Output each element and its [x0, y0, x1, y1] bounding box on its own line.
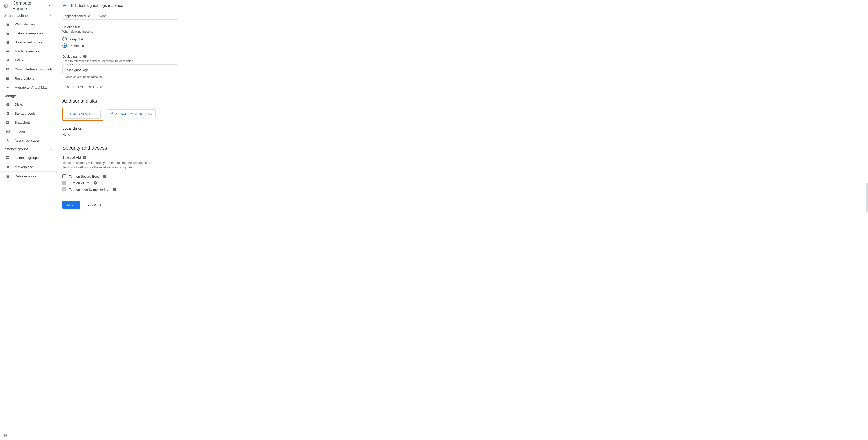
help-icon[interactable]: ? — [93, 181, 97, 185]
svg-rect-21 — [6, 50, 9, 51]
svg-text:?: ? — [84, 56, 86, 58]
help-icon[interactable]: ? — [83, 55, 87, 59]
chevron-up-icon — [49, 13, 53, 18]
detach-boot-disk-button[interactable]: DETACH BOOT DISK — [63, 83, 106, 92]
page-title: Edit test-signoz-logs instance — [71, 3, 123, 8]
device-name-input[interactable] — [62, 65, 178, 74]
sidebar-item-marketplace[interactable]: Marketplace — [0, 162, 57, 171]
sidebar-item-machine-images[interactable]: Machine images — [0, 47, 57, 56]
sidebar-item-storage-pools[interactable]: Storage pools — [0, 109, 57, 118]
svg-rect-39 — [8, 158, 9, 159]
scrollbar-indicator[interactable] — [866, 182, 868, 213]
action-bar: SAVE CANCEL — [62, 198, 238, 214]
section-label: Virtual machines — [3, 13, 29, 18]
compute-engine-icon — [3, 3, 9, 9]
radio-label: Delete disk — [69, 44, 85, 48]
deletion-rule-heading: Deletion rule — [62, 25, 238, 29]
svg-point-35 — [7, 140, 9, 142]
svg-rect-25 — [6, 77, 9, 78]
sidebar-item-vm-instances[interactable]: VM instances — [0, 20, 57, 29]
svg-text:?: ? — [104, 175, 105, 178]
migrate-icon — [5, 85, 10, 90]
replication-icon — [5, 138, 10, 143]
calendar-icon — [5, 76, 10, 80]
section-label: Storage — [3, 94, 16, 98]
snapshot-icon — [5, 120, 10, 125]
sidebar-item-instance-groups[interactable]: Instance groups — [0, 153, 57, 162]
plus-icon — [111, 112, 114, 116]
chevron-up-icon — [49, 94, 53, 98]
sidebar-item-async-replication[interactable]: Async replication — [0, 136, 57, 145]
sidebar-nav[interactable]: Virtual machines VM instances Instance t… — [0, 11, 57, 431]
discount-icon: % — [5, 67, 10, 71]
tenant-icon — [5, 40, 10, 44]
checkbox-integrity[interactable]: Turn on integrity monitoring ? — [62, 186, 238, 193]
svg-text:?: ? — [114, 189, 115, 191]
local-disks-value: None — [62, 133, 238, 136]
section-virtual-machines[interactable]: Virtual machines — [0, 11, 57, 20]
sidebar-item-tpus[interactable]: TPUs — [0, 56, 57, 65]
checkbox-vtpm[interactable]: Turn on vTPM ? — [62, 180, 238, 186]
sidebar-item-instance-templates[interactable]: Instance templates — [0, 29, 57, 38]
back-button[interactable] — [62, 3, 67, 8]
attach-existing-disk-button[interactable]: ATTACH EXISTING DISK — [107, 109, 156, 118]
snapshot-label: Snapshot schedule — [62, 14, 99, 18]
svg-point-19 — [7, 41, 8, 42]
svg-text:?: ? — [95, 182, 96, 184]
checkbox-secure-boot[interactable]: Turn on Secure Boot ? — [62, 173, 238, 180]
sidebar-header: Compute Engine — [0, 0, 57, 11]
chevron-up-icon — [49, 147, 53, 151]
pool-icon — [5, 111, 10, 116]
svg-point-30 — [7, 113, 8, 114]
help-icon[interactable]: ? — [113, 188, 117, 192]
section-instance-groups[interactable]: Instance groups — [0, 145, 57, 153]
sidebar-item-sole-tenant[interactable]: Sole-tenant nodes — [0, 38, 57, 47]
chevron-left-icon — [3, 433, 8, 438]
save-button[interactable]: SAVE — [62, 201, 81, 209]
svg-text:%: % — [7, 68, 8, 70]
additional-disks-heading: Additional disks — [62, 98, 238, 104]
svg-rect-1 — [5, 5, 7, 6]
sidebar-item-reservations[interactable]: Reservations — [0, 74, 57, 83]
sidebar-item-disks[interactable]: Disks — [0, 100, 57, 109]
sidebar-item-migrate[interactable]: Migrate to Virtual Machin… — [0, 83, 57, 92]
svg-rect-14 — [6, 23, 9, 26]
security-access-heading: Security and access — [62, 145, 238, 151]
svg-rect-15 — [7, 23, 8, 24]
add-disk-highlight: ADD NEW DISK — [62, 108, 103, 121]
help-icon[interactable]: ? — [103, 174, 107, 178]
svg-rect-38 — [6, 158, 7, 159]
sidebar-item-snapshots[interactable]: Snapshots — [0, 118, 57, 127]
main-area: Edit test-signoz-logs instance Snapshot … — [57, 0, 868, 440]
section-storage[interactable]: Storage — [0, 92, 57, 100]
sidebar-item-images[interactable]: Images — [0, 127, 57, 136]
content-scroll[interactable]: Snapshot schedule None Deletion rule Whe… — [57, 11, 868, 440]
pin-icon[interactable] — [48, 4, 51, 8]
vm-icon — [5, 22, 10, 26]
top-bar: Edit test-signoz-logs instance — [57, 0, 868, 11]
sidebar-item-committed-discounts[interactable]: %Committed-use discounts — [0, 65, 57, 74]
input-floating-label: Device name — [64, 63, 82, 66]
cancel-button[interactable]: CANCEL — [85, 201, 104, 209]
device-name-sub: Used to reference the device for mountin… — [62, 60, 238, 63]
svg-rect-36 — [6, 156, 7, 157]
svg-rect-0 — [5, 4, 7, 7]
svg-point-26 — [6, 87, 8, 88]
svg-rect-16 — [6, 32, 9, 35]
tpu-icon — [5, 58, 10, 63]
notes-icon — [5, 174, 10, 178]
close-icon — [66, 85, 70, 90]
radio-keep-disk[interactable]: Keep disk — [62, 36, 238, 42]
add-new-disk-button[interactable]: ADD NEW DISK — [65, 110, 101, 119]
radio-delete-disk[interactable]: Delete disk — [62, 42, 238, 49]
svg-text:?: ? — [84, 156, 85, 159]
section-label: Instance groups — [3, 147, 29, 151]
sidebar-item-release-notes[interactable]: Release notes — [0, 172, 57, 181]
plus-icon — [68, 112, 72, 116]
device-name-heading: Device name ? — [62, 55, 238, 59]
sidebar-collapse-button[interactable] — [0, 431, 57, 440]
help-icon[interactable]: ? — [82, 155, 86, 159]
image-icon — [5, 129, 10, 134]
svg-rect-20 — [6, 50, 9, 52]
snapshot-value: None — [99, 14, 107, 18]
